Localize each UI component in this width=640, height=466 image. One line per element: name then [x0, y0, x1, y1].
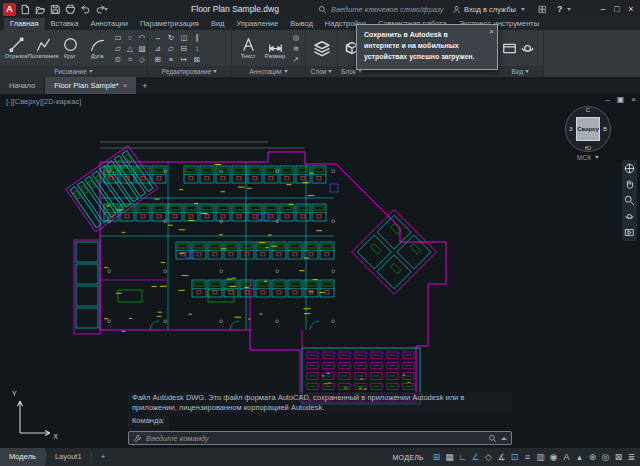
orbit-icon[interactable] [624, 211, 635, 222]
open-file-icon[interactable] [35, 4, 46, 15]
new-file-icon[interactable] [20, 4, 31, 15]
mini-tool-icon[interactable]: ↦ [178, 54, 190, 65]
mini-tool-icon[interactable]: ⊟ [178, 43, 190, 54]
selection-cycling-icon[interactable]: ◉ [547, 448, 560, 466]
viewcube-west[interactable]: З [569, 126, 573, 132]
mini-tool-icon[interactable]: ↕ [191, 43, 203, 54]
circle-tool[interactable]: Круг [58, 30, 82, 66]
close-drawing-tab[interactable]: × [123, 81, 128, 90]
model-space-button[interactable]: МОДЕЛЬ [392, 454, 424, 461]
view-icon[interactable] [502, 41, 517, 56]
osnap-icon[interactable]: ⊡ [508, 448, 521, 466]
tab-view[interactable]: Вид [205, 18, 231, 30]
close-button[interactable]: × [624, 0, 638, 18]
file-tab-start[interactable]: Начало [0, 77, 44, 94]
viewcube-ucs-menu[interactable]: МСК [564, 154, 612, 161]
customize-command-icon[interactable] [133, 434, 142, 443]
viewcube-north[interactable]: С [566, 107, 610, 113]
arc-tool[interactable]: Дуга [85, 30, 109, 66]
viewport-restore-button[interactable]: ▣ [617, 95, 625, 104]
pan-icon[interactable] [624, 179, 635, 190]
command-input[interactable] [146, 434, 484, 443]
mini-tool-icon[interactable]: ▨ [136, 43, 148, 54]
polyline-tool[interactable]: Полилиния [31, 30, 55, 66]
maximize-button[interactable]: □ [610, 0, 624, 18]
help-button[interactable]: ? [557, 0, 571, 18]
viewcube-south[interactable]: Ю [566, 145, 610, 151]
autoscale-icon[interactable]: ▴ [573, 448, 586, 466]
help-search[interactable]: Введите ключевое слово/фразу [318, 0, 444, 18]
mini-tool-icon[interactable]: ↗ [290, 54, 302, 65]
snap-icon[interactable]: ▦ [443, 448, 456, 466]
mini-tool-icon[interactable]: ≋ [290, 43, 302, 54]
panel-title-view[interactable]: Вид [498, 66, 543, 77]
tab-manage[interactable]: Управление [230, 18, 284, 30]
customize-icon[interactable]: ≣ [625, 448, 638, 466]
viewport-controls[interactable]: [-][Сверху][2D-каркас] [6, 97, 81, 106]
viewcube[interactable]: С Ю З В Сверху МСК [564, 106, 612, 161]
chevron-up-icon[interactable] [501, 437, 507, 440]
line-tool[interactable]: Отрезок [4, 30, 28, 66]
viewport-close-button[interactable]: × [631, 95, 636, 104]
panel-title-modify[interactable]: Редактирование [148, 66, 231, 77]
tab-parametric[interactable]: Параметризация [134, 18, 205, 30]
mini-tool-icon[interactable]: ▭ [112, 32, 124, 43]
command-search-icon[interactable] [488, 434, 497, 443]
polar-tracking-icon[interactable]: ∠ [469, 448, 482, 466]
text-tool[interactable]: Текст [236, 30, 260, 66]
panel-title-layers[interactable]: Слои [306, 66, 337, 77]
command-line[interactable] [128, 431, 512, 445]
mini-tool-icon[interactable]: ○ [124, 32, 136, 43]
mini-tool-icon[interactable]: ⊙ [112, 54, 124, 65]
mini-tool-icon[interactable]: ↔ [152, 32, 164, 43]
mini-tool-icon[interactable]: ▱ [112, 43, 124, 54]
grid-icon[interactable]: ⊞ [430, 448, 443, 466]
annotation-monitor-icon[interactable]: ◎ [599, 448, 612, 466]
osnap-tracking-icon[interactable]: ∡ [495, 448, 508, 466]
mini-tool-icon[interactable]: ◎ [290, 32, 302, 43]
clean-screen-icon[interactable]: ⊠ [612, 448, 625, 466]
panel-title-draw[interactable]: Рисование [0, 66, 147, 77]
viewport-minimize-button[interactable]: – [605, 95, 609, 104]
tab-home[interactable]: Главная [4, 18, 45, 30]
transparency-icon[interactable]: ▥ [534, 448, 547, 466]
dimension-tool[interactable]: Размер [263, 30, 287, 66]
mini-tool-icon[interactable]: ≈ [124, 54, 136, 65]
showmotion-icon[interactable] [624, 227, 635, 238]
new-layout-button[interactable]: + [92, 448, 114, 466]
new-drawing-button[interactable]: + [137, 77, 152, 94]
mini-tool-icon[interactable]: ◫ [178, 32, 190, 43]
undo-icon[interactable] [80, 4, 91, 15]
mini-tool-icon[interactable]: ⊠ [191, 54, 203, 65]
isodraft-icon[interactable]: ◇ [482, 448, 495, 466]
mini-tool-icon[interactable]: ▱ [165, 43, 177, 54]
ortho-icon[interactable]: ∟ [456, 448, 469, 466]
mini-tool-icon[interactable]: ⊞ [152, 54, 164, 65]
navigation-wheel-icon[interactable] [624, 163, 635, 174]
mini-tool-icon[interactable]: ∥ [191, 32, 203, 43]
mini-tool-icon[interactable]: ⊿ [152, 43, 164, 54]
workspace-gear-icon[interactable]: ⊛ [586, 448, 599, 466]
panel-title-annotate[interactable]: Аннотации [232, 66, 305, 77]
drawing-area[interactable]: [-][Сверху][2D-каркас] – ▣ × С Ю З В Све… [0, 94, 640, 447]
plot-icon[interactable] [65, 4, 76, 15]
model-tab[interactable]: Модель [0, 448, 45, 466]
layers-icon[interactable] [313, 39, 331, 57]
tab-output[interactable]: Вывод [284, 18, 319, 30]
close-icon[interactable]: × [489, 26, 494, 38]
qat-dropdown[interactable] [102, 0, 108, 18]
zoom-icon[interactable] [624, 195, 635, 206]
mini-tool-icon[interactable]: ≡ [165, 54, 177, 65]
tab-annotate[interactable]: Аннотации [84, 18, 134, 30]
search-placeholder[interactable]: Введите ключевое слово/фразу [331, 5, 444, 14]
mini-tool-icon[interactable]: ◠ [136, 32, 148, 43]
app-menu-button[interactable]: A [2, 0, 17, 18]
mini-tool-icon[interactable]: ◇ [136, 54, 148, 65]
save-icon[interactable] [50, 4, 61, 15]
viewcube-ring[interactable]: С Ю З В Сверху [565, 106, 611, 152]
viewcube-east[interactable]: В [603, 126, 607, 132]
tab-insert[interactable]: Вставка [45, 18, 85, 30]
viewcube-top-face[interactable]: Сверху [576, 117, 600, 141]
mini-tool-icon[interactable]: ↻ [165, 32, 177, 43]
layout1-tab[interactable]: Layout1 [46, 448, 91, 466]
